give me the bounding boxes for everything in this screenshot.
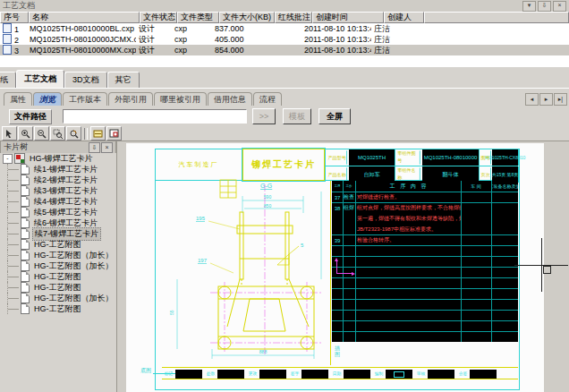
caption-bar: 工艺文档 ▾ ⇩ ×	[0, 0, 569, 13]
process-table: 工序 工步 工 序 内 容 车 间 工艺装备名称及编号 37 检查 对焊缝进行检…	[332, 181, 518, 342]
tree-connector	[7, 185, 21, 196]
view-tab[interactable]: 哪里被引用	[154, 92, 207, 106]
tree-item[interactable]: HG-工艺附图（加长）	[0, 293, 116, 303]
view-tab[interactable]: 属性	[4, 92, 32, 106]
close-icon[interactable]: ×	[553, 1, 566, 12]
tree-item[interactable]: 续4-铆焊工艺卡片	[0, 196, 116, 207]
table-row[interactable]: 2 MQ1025TH-08010000JCMX.cxp 设计 cxp 405.0…	[0, 34, 569, 45]
tree-connector	[7, 217, 21, 228]
tree-item[interactable]: HG-工艺附图	[0, 239, 116, 250]
tree-item[interactable]: 续2-铆焊工艺卡片	[0, 175, 116, 185]
view-tab[interactable]: 浏览	[33, 92, 62, 106]
doc-type-tab[interactable]: 3D文档	[64, 72, 107, 88]
view-tab[interactable]: 流程	[253, 92, 282, 106]
tree-item[interactable]: 续1-铆焊工艺卡片	[0, 164, 116, 175]
ucs-axis-icon	[336, 258, 354, 274]
tree-item[interactable]: HG-工艺附图（加长）	[0, 250, 116, 260]
doc-type-tab[interactable]: 其它	[107, 72, 140, 88]
table-row[interactable]: 3 MQ1025TH-08010000MX.cxp 设计 cxp 854.000…	[0, 45, 569, 55]
view-tab[interactable]: 外部引用	[108, 92, 153, 106]
more-button[interactable]: >>	[252, 108, 276, 124]
select-icon[interactable]	[2, 126, 17, 141]
tree-item[interactable]: HG-工艺附图	[0, 282, 116, 293]
factory-name: 汽车制造厂	[155, 149, 242, 181]
process-row	[332, 245, 518, 256]
doc-type-tab[interactable]: 图纸	[0, 72, 16, 88]
preview-canvas[interactable]: 汽车制造厂 铆焊工艺卡片 产品型号MQ1025TH 零组件图号MQ1025TH-…	[117, 141, 569, 392]
close-icon[interactable]: ×	[101, 142, 113, 153]
pin-icon[interactable]: ⇩	[538, 1, 551, 12]
column-header-filler	[424, 12, 569, 23]
card-page-icon	[21, 271, 30, 282]
zoom-extents-icon[interactable]	[66, 126, 81, 141]
tab-scroll-last-icon[interactable]: ▸|	[554, 93, 567, 106]
tree-item[interactable]: 续5-铆焊工艺卡片	[0, 207, 116, 217]
browse-panel: 属性 浏览 工作版本 外部引用 哪里被引用 借用信息 流程	[0, 88, 569, 392]
tab-scroll-right-icon[interactable]: ▸	[539, 93, 553, 106]
title-block: 产品型号MQ1025TH 零组件图号MQ1025TH-08010000 图号MQ…	[325, 149, 518, 181]
tree-connector	[7, 175, 21, 185]
process-row	[332, 320, 518, 331]
card-page-icon	[21, 250, 30, 260]
process-row	[332, 267, 518, 277]
tree-connector	[7, 250, 21, 260]
viewer-toolbar	[2, 126, 122, 141]
column-header-created[interactable]: 创建时间	[312, 12, 384, 23]
bird-view-icon[interactable]	[106, 126, 122, 141]
zoom-out-icon[interactable]	[34, 126, 49, 141]
cell-status: 设计	[136, 45, 172, 56]
column-header-name[interactable]: 名称	[29, 12, 140, 23]
card-tree-title: 卡片树	[4, 141, 28, 153]
dropdown-icon[interactable]: ▾	[522, 1, 536, 12]
doc-type-tab[interactable]: 工艺文档	[16, 70, 64, 88]
view-tab[interactable]: 工作版本	[63, 92, 107, 106]
tab-scroll-left-icon[interactable]: ◂	[525, 93, 539, 106]
column-header-status[interactable]: 文件状态	[140, 12, 177, 23]
zoom-window-icon[interactable]	[50, 126, 65, 141]
file-path-input[interactable]	[63, 109, 247, 124]
tree-connector	[7, 164, 21, 175]
card-page-icon	[21, 239, 30, 250]
crosshair-cursor	[541, 238, 542, 292]
toolbar-separator	[84, 128, 88, 140]
tree-item[interactable]: 续3-铆焊工艺卡片	[0, 185, 116, 196]
signature-strip: 标记 处数 更改	[162, 367, 518, 379]
process-row	[332, 310, 518, 320]
cell-type: cxp	[172, 35, 212, 44]
column-header-size[interactable]: 文件大小(KB) ▲	[219, 12, 275, 23]
signature-cell: 编制	[372, 370, 412, 379]
column-header-redline[interactable]: 红线批注	[275, 12, 312, 23]
tree-item[interactable]: 续7-铆焊工艺卡片	[0, 228, 116, 239]
view-tab[interactable]: 借用信息	[208, 92, 252, 106]
weld-symbol	[277, 246, 299, 265]
tree-item[interactable]: HG-工艺附图	[0, 303, 116, 314]
template-button[interactable]: 模板	[283, 108, 311, 124]
table-row[interactable]: 1 MQ1025TH-08010000BL.cxp 设计 cxp 837.000…	[0, 23, 569, 34]
column-header-type[interactable]: 文件类型	[177, 12, 219, 23]
column-header-no[interactable]: 序号	[0, 12, 29, 23]
pin-icon[interactable]: ⇩	[89, 142, 100, 153]
process-row: 39 检验合格转序。	[332, 234, 518, 245]
fullscreen-button[interactable]: 全屏	[318, 108, 351, 124]
document-table: 序号 名称 文件状态 文件类型 文件大小(KB) ▲ 红线批注 创建时间 创建人…	[0, 12, 569, 67]
grid-line	[461, 181, 462, 342]
cell-size: 854.000	[212, 46, 266, 55]
cell-size: 405.000	[212, 35, 266, 44]
card-page-icon	[21, 185, 30, 196]
card-page-icon	[21, 164, 30, 175]
fit-page-icon[interactable]	[90, 126, 106, 141]
collapse-icon[interactable]: -	[3, 154, 13, 164]
tree-item[interactable]: HG-工艺附图	[0, 271, 116, 282]
tree-connector	[7, 207, 21, 217]
callout-label: 195	[196, 216, 206, 221]
file-icon	[3, 23, 12, 33]
cell-created: 2011-08-10 10:13:49	[301, 46, 371, 55]
tree-root-item[interactable]: - HG-铆焊工艺卡片	[0, 153, 116, 164]
card-page-icon	[21, 196, 30, 207]
column-header-creator[interactable]: 创建人	[384, 12, 424, 23]
process-row: 37 检查 对焊缝进行检查。	[332, 192, 518, 202]
tree-item[interactable]: HG-工艺附图（加长）	[0, 260, 116, 271]
zoom-in-icon[interactable]	[18, 126, 33, 141]
cell-name: MQ1025TH-08010000BL.cxp	[27, 24, 136, 33]
dim-label: 55	[169, 310, 174, 315]
